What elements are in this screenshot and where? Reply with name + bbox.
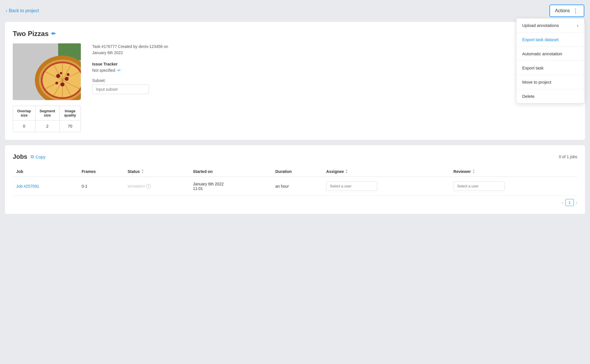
dropdown-item-delete[interactable]: Delete	[517, 89, 584, 103]
stats-header-overlap: Overlap size	[13, 106, 35, 120]
status-sort-icons[interactable]: ▲ ▼	[142, 169, 144, 174]
pagination-next[interactable]: ›	[576, 200, 577, 205]
assignee-sort-icons[interactable]: ▲ ▼	[345, 169, 348, 174]
jobs-header: Jobs ⧉ Copy 0 of 1 jobs	[13, 153, 577, 160]
svg-point-15	[67, 73, 69, 76]
th-frames: Frames	[78, 166, 124, 177]
job-link-cell: Job #257091	[13, 177, 78, 196]
svg-point-5	[43, 63, 81, 97]
task-title-row: Two Pizzas ✏	[13, 30, 577, 38]
jobs-table: Job Frames Status ▲ ▼ Started on Duratio…	[13, 166, 577, 196]
jobs-title-text: Jobs	[13, 153, 27, 160]
back-arrow: ‹	[6, 8, 7, 13]
copy-icon: ⧉	[31, 154, 34, 159]
task-meta: Task #176777 Created by denis-123456 on …	[92, 43, 509, 94]
svg-point-11	[56, 74, 60, 78]
job-duration-cell: an hour	[272, 177, 323, 196]
table-row: Job #257091 0-1 annotation ? January 6th…	[13, 177, 577, 196]
task-info-line2: January 6th 2022	[92, 50, 123, 55]
job-reviewer-input[interactable]	[454, 181, 505, 191]
chevron-right-icon: ›	[577, 23, 578, 28]
dropdown-item-export-dataset-label: Export task dataset	[522, 37, 559, 42]
job-link[interactable]: Job #257091	[16, 184, 39, 189]
stats-header-quality: Image quality	[60, 106, 81, 120]
stats-value-overlap: 0	[13, 120, 35, 132]
task-image-column: Overlap size Segment size Image quality …	[13, 43, 81, 132]
actions-dropdown: Upload annotations › Export task dataset…	[516, 18, 584, 103]
task-content: Overlap size Segment size Image quality …	[13, 43, 577, 132]
th-duration: Duration	[272, 166, 323, 177]
job-frames-cell: 0-1	[78, 177, 124, 196]
dropdown-item-auto-annotation-label: Automatic annotation	[522, 51, 562, 56]
svg-point-12	[65, 77, 69, 81]
top-bar: ‹ Back to project Actions ⋮ Upload annot…	[5, 5, 585, 17]
edit-issue-tracker-icon[interactable]: ✏	[117, 68, 121, 73]
th-status: Status ▲ ▼	[124, 166, 189, 177]
actions-label: Actions	[555, 8, 570, 13]
copy-button[interactable]: ⧉ Copy	[31, 154, 45, 159]
job-reviewer-cell	[450, 177, 577, 196]
pagination: ‹ 1 ›	[13, 199, 577, 206]
job-assignee-cell	[323, 177, 450, 196]
back-link-label: Back to project	[9, 8, 39, 13]
job-assignee-input[interactable]	[326, 181, 377, 191]
jobs-count: 0 of 1 jobs	[559, 155, 577, 159]
svg-point-13	[60, 82, 64, 86]
task-image	[13, 43, 81, 100]
dropdown-item-move-project[interactable]: Move to project	[517, 75, 584, 89]
actions-dots-icon: ⋮	[573, 7, 579, 14]
dropdown-item-export-task[interactable]: Export task	[517, 61, 584, 75]
task-title-text: Two Pizzas	[13, 30, 49, 38]
actions-area: Actions ⋮ Upload annotations › Export ta…	[549, 5, 584, 17]
job-status-cell: annotation ?	[124, 177, 189, 196]
dropdown-item-delete-label: Delete	[522, 94, 534, 99]
actions-button[interactable]: Actions ⋮	[549, 5, 584, 17]
stats-header-segment: Segment size	[35, 106, 59, 120]
task-info-text: Task #176777 Created by denis-123456 on …	[92, 43, 509, 56]
jobs-card: Jobs ⧉ Copy 0 of 1 jobs Job Frames Statu…	[5, 145, 585, 214]
th-assignee: Assignee ▲ ▼	[323, 166, 450, 177]
pagination-page-1[interactable]: 1	[565, 199, 574, 206]
dropdown-item-upload-label: Upload annotations	[522, 23, 559, 28]
svg-point-14	[55, 82, 58, 84]
edit-title-icon[interactable]: ✏	[51, 31, 56, 37]
dropdown-item-export-dataset[interactable]: Export task dataset	[517, 33, 584, 47]
subset-label: Subset:	[92, 78, 509, 83]
status-text: annotation	[128, 184, 145, 188]
job-status: annotation ?	[128, 184, 186, 189]
dropdown-item-auto-annotation[interactable]: Automatic annotation	[517, 47, 584, 61]
job-started-cell: January 6th 202211:01	[189, 177, 272, 196]
dropdown-item-move-project-label: Move to project	[522, 80, 551, 84]
issue-tracker-value: Not specified ✏	[92, 68, 509, 73]
jobs-title-row: Jobs ⧉ Copy	[13, 153, 45, 160]
copy-label: Copy	[35, 155, 45, 159]
reviewer-sort-icons[interactable]: ▲ ▼	[473, 169, 475, 174]
th-job: Job	[13, 166, 78, 177]
th-reviewer: Reviewer ▲ ▼	[450, 166, 577, 177]
pagination-prev[interactable]: ‹	[562, 200, 563, 205]
dropdown-item-upload[interactable]: Upload annotations ›	[517, 18, 584, 33]
task-card: Two Pizzas ✏	[5, 22, 585, 140]
stats-table: Overlap size Segment size Image quality …	[13, 106, 81, 132]
dropdown-item-export-task-label: Export task	[522, 65, 543, 70]
back-link[interactable]: ‹ Back to project	[6, 8, 39, 13]
issue-tracker-text: Not specified	[92, 68, 115, 73]
task-info-line1: Task #176777 Created by denis-123456 on	[92, 44, 168, 49]
th-started-on: Started on	[189, 166, 272, 177]
subset-input[interactable]	[92, 84, 149, 94]
status-question-icon: ?	[146, 184, 151, 189]
stats-value-quality: 70	[60, 120, 81, 132]
svg-point-16	[60, 72, 62, 74]
issue-tracker-label: Issue Tracker	[92, 62, 509, 66]
stats-value-segment: 2	[35, 120, 59, 132]
